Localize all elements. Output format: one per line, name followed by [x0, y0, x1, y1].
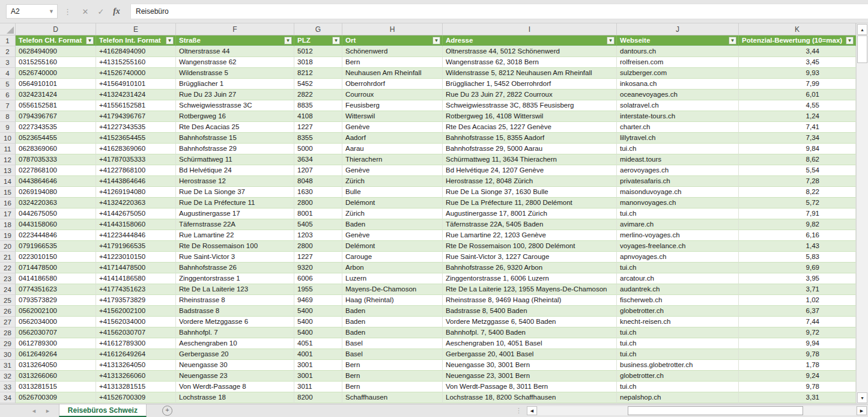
cell-I31[interactable]: Neuengasse 30, 3001 Bern: [443, 360, 617, 371]
cell-F21[interactable]: Rue Saint-Victor 3: [176, 252, 294, 263]
column-header-I[interactable]: I: [443, 23, 617, 35]
filter-dropdown-icon[interactable]: ▼: [607, 37, 615, 44]
cell-F20[interactable]: Rte De Rossemaison 100: [176, 241, 294, 252]
cell-D32[interactable]: 0313266060: [16, 371, 96, 382]
cell-D8[interactable]: 0794396767: [16, 111, 96, 122]
row-number[interactable]: 26: [0, 306, 16, 317]
row-number[interactable]: 21: [0, 252, 16, 263]
cell-K29[interactable]: 9,94: [739, 338, 856, 349]
sheet-nav-left-icon[interactable]: ◄: [31, 408, 37, 414]
cell-H25[interactable]: Haag (Rheintal): [342, 295, 443, 306]
table-header-K[interactable]: Potenzial-Bewertung (10=max)▼: [739, 35, 856, 46]
table-header-E[interactable]: Telefon Int. Format▼: [96, 35, 176, 46]
cell-J26[interactable]: globetrotter.ch: [617, 306, 739, 317]
cell-K2[interactable]: 3,44: [739, 46, 856, 57]
cell-F26[interactable]: Badstrasse 8: [176, 306, 294, 317]
cell-F6[interactable]: Rue Du 23 Juin 27: [176, 90, 294, 100]
table-header-F[interactable]: Straße▼: [176, 35, 294, 46]
cell-D16[interactable]: 0324220363: [16, 198, 96, 208]
cell-K12[interactable]: 8,62: [739, 154, 856, 165]
cell-E5[interactable]: +41564910101: [96, 79, 176, 90]
cell-G30[interactable]: 4001: [294, 349, 342, 360]
cell-G22[interactable]: 9320: [294, 263, 342, 273]
cell-H10[interactable]: Aadorf: [342, 133, 443, 144]
cell-D9[interactable]: 0227343535: [16, 122, 96, 133]
cell-J7[interactable]: solatravel.ch: [617, 100, 739, 111]
row-number[interactable]: 19: [0, 230, 16, 241]
cell-K17[interactable]: 7,91: [739, 208, 856, 219]
cell-H7[interactable]: Feusisberg: [342, 100, 443, 111]
cell-H15[interactable]: Bulle: [342, 187, 443, 198]
cell-D12[interactable]: 0787035333: [16, 154, 96, 165]
row-number[interactable]: 22: [0, 263, 16, 273]
cell-D6[interactable]: 0324231424: [16, 90, 96, 100]
cell-F13[interactable]: Bd Helvétique 24: [176, 165, 294, 176]
cell-E32[interactable]: +41313266060: [96, 371, 176, 382]
cancel-icon[interactable]: ✕: [77, 4, 93, 19]
cell-E2[interactable]: +41628494090: [96, 46, 176, 57]
row-number[interactable]: 16: [0, 198, 16, 208]
cell-I16[interactable]: Rue De La Préfecture 11, 2800 Delémont: [443, 198, 617, 208]
cell-H29[interactable]: Basel: [342, 338, 443, 349]
cell-D22[interactable]: 0714478500: [16, 263, 96, 273]
cell-G32[interactable]: 3001: [294, 371, 342, 382]
cell-I26[interactable]: Badstrasse 8, 5400 Baden: [443, 306, 617, 317]
filter-dropdown-icon[interactable]: ▼: [332, 37, 340, 44]
cell-I28[interactable]: Bahnhofpl. 7, 5400 Baden: [443, 327, 617, 338]
cell-J6[interactable]: oceanevoyages.ch: [617, 90, 739, 100]
filter-dropdown-icon[interactable]: ▼: [846, 37, 854, 44]
cell-J8[interactable]: interstate-tours.ch: [617, 111, 739, 122]
cell-I23[interactable]: Zinggentorstrasse 1, 6006 Luzern: [443, 273, 617, 284]
cell-G12[interactable]: 3634: [294, 154, 342, 165]
cell-H21[interactable]: Carouge: [342, 252, 443, 263]
cell-E19[interactable]: +41223444846: [96, 230, 176, 241]
cell-J23[interactable]: arcatour.ch: [617, 273, 739, 284]
cell-F2[interactable]: Oltnerstrasse 44: [176, 46, 294, 57]
row-number[interactable]: 14: [0, 176, 16, 187]
cell-K8[interactable]: 1,24: [739, 111, 856, 122]
cell-H28[interactable]: Baden: [342, 327, 443, 338]
cell-K26[interactable]: 6,37: [739, 306, 856, 317]
filter-dropdown-icon[interactable]: ▼: [166, 37, 174, 44]
cell-I10[interactable]: Bahnhofstrasse 15, 8355 Aadorf: [443, 133, 617, 144]
cell-J5[interactable]: inkosana.ch: [617, 79, 739, 90]
cell-H26[interactable]: Baden: [342, 306, 443, 317]
row-number[interactable]: 13: [0, 165, 16, 176]
cell-E8[interactable]: +41794396767: [96, 111, 176, 122]
cell-E21[interactable]: +41223010150: [96, 252, 176, 263]
cell-J21[interactable]: apnvoyages.ch: [617, 252, 739, 263]
cell-E25[interactable]: +41793573829: [96, 295, 176, 306]
cell-J9[interactable]: charter.ch: [617, 122, 739, 133]
filter-dropdown-icon[interactable]: ▼: [86, 37, 94, 44]
cell-G4[interactable]: 8212: [294, 68, 342, 79]
scroll-right-icon[interactable]: ▶: [857, 406, 867, 415]
cell-G15[interactable]: 1630: [294, 187, 342, 198]
cell-G31[interactable]: 3001: [294, 360, 342, 371]
scroll-up-icon[interactable]: ▲: [857, 24, 867, 35]
tab-scroll-splitter[interactable]: ⋮: [515, 407, 522, 415]
cell-H19[interactable]: Genève: [342, 230, 443, 241]
cell-D2[interactable]: 0628494090: [16, 46, 96, 57]
cell-G26[interactable]: 5400: [294, 306, 342, 317]
cell-F31[interactable]: Neuengasse 30: [176, 360, 294, 371]
cell-J25[interactable]: fischerweb.ch: [617, 295, 739, 306]
cell-I2[interactable]: Oltnerstrasse 44, 5012 Schönenwerd: [443, 46, 617, 57]
table-header-J[interactable]: Webseite▼: [617, 35, 739, 46]
cell-H9[interactable]: Genève: [342, 122, 443, 133]
cell-F28[interactable]: Bahnhofpl. 7: [176, 327, 294, 338]
cell-K28[interactable]: 9,72: [739, 327, 856, 338]
cell-D14[interactable]: 0443864646: [16, 176, 96, 187]
cell-I18[interactable]: Täfernstrasse 22A, 5405 Baden: [443, 219, 617, 230]
cell-J10[interactable]: lillytravel.ch: [617, 133, 739, 144]
cell-J20[interactable]: voyages-freelance.ch: [617, 241, 739, 252]
cell-D15[interactable]: 0269194080: [16, 187, 96, 198]
cell-I27[interactable]: Vordere Metzggasse 6, 5400 Baden: [443, 317, 617, 327]
row-number[interactable]: 6: [0, 90, 16, 100]
cell-E17[interactable]: +41442675050: [96, 208, 176, 219]
row-number[interactable]: 2: [0, 46, 16, 57]
row-number[interactable]: 5: [0, 79, 16, 90]
cell-D17[interactable]: 0442675050: [16, 208, 96, 219]
scroll-down-icon[interactable]: ▼: [857, 392, 867, 403]
sheet-nav-right-icon[interactable]: ►: [45, 408, 50, 414]
cell-D7[interactable]: 0556152581: [16, 100, 96, 111]
